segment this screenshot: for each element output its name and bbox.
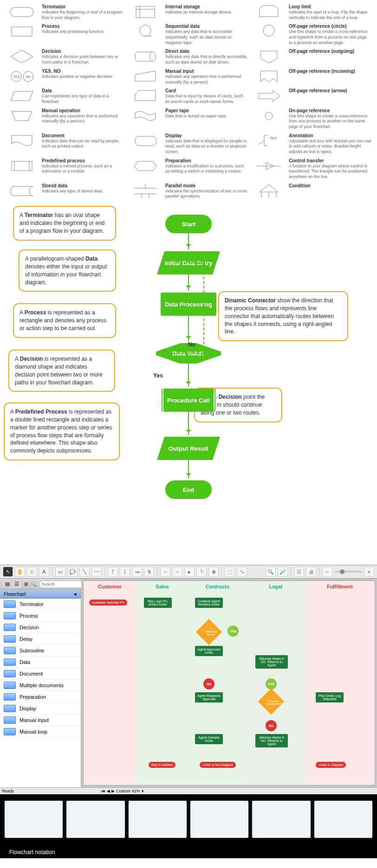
- thumb-2[interactable]: [66, 801, 124, 838]
- offout-icon: [253, 48, 285, 65]
- legend-text: PreparationIndicates a modification to a…: [165, 158, 248, 174]
- text-tool-icon[interactable]: A: [39, 567, 49, 577]
- fc-requests[interactable]: Agent Requests Approval: [195, 692, 223, 702]
- fc-rep-logs[interactable]: Rep Logs PO, Enters Order: [144, 598, 172, 608]
- fc-no-1[interactable]: NO: [203, 678, 214, 689]
- decision-icon: [6, 48, 38, 65]
- callout-tool-icon[interactable]: 💬: [67, 567, 78, 577]
- connector4-icon[interactable]: ↯: [144, 567, 154, 577]
- legend-display: DisplayIndicates data that is displayed …: [129, 133, 248, 155]
- tab-icon[interactable]: ☰: [12, 580, 21, 588]
- fc-attorney-no[interactable]: Attorney Marks It NO, Returns to Agent: [255, 734, 288, 747]
- first-page-icon[interactable]: ⏮: [101, 789, 105, 793]
- palette-item[interactable]: Preparation: [0, 691, 81, 703]
- pointer-tool-icon[interactable]: ↖: [3, 567, 13, 577]
- yesno-icon: YESNO: [6, 68, 38, 85]
- next-page-icon[interactable]: ▶: [111, 789, 115, 793]
- shape-thumbnail-icon: [4, 693, 16, 701]
- canvas-area[interactable]: Customer Sales Contracts Legal Fulfillme…: [81, 579, 377, 787]
- thumb-5[interactable]: [252, 801, 310, 838]
- corner-style-icon[interactable]: └: [196, 567, 207, 577]
- palette-item[interactable]: Delay: [0, 633, 81, 645]
- connector2-icon[interactable]: ⤵: [120, 567, 130, 577]
- junction-icon[interactable]: ⊕: [208, 567, 219, 577]
- status-ready: Ready: [2, 789, 14, 793]
- connector3-icon[interactable]: ↝: [132, 567, 142, 577]
- grid-icon[interactable]: ⊞: [24, 581, 28, 587]
- crop-icon[interactable]: ⬚: [225, 567, 235, 577]
- end-style-icon[interactable]: ▸: [184, 567, 195, 577]
- palette-item[interactable]: Process: [0, 610, 81, 622]
- node-procedure-call: Procedure Call: [161, 389, 216, 412]
- circleref-icon: [253, 23, 285, 40]
- shape-thumbnail-icon: [4, 728, 16, 735]
- collapse-icon[interactable]: ●: [74, 591, 77, 597]
- svg-point-12: [265, 112, 273, 120]
- palette-item[interactable]: Data: [0, 657, 81, 668]
- legend-text: Control transferA location in your diagr…: [289, 158, 371, 180]
- palette-item[interactable]: Subroutine: [0, 645, 81, 657]
- layers-icon[interactable]: ☷: [294, 567, 304, 577]
- callout-terminator: A Terminator has an oval shape and indic…: [13, 206, 116, 240]
- fc-pick[interactable]: Pick Order, Log Shipment: [316, 692, 344, 702]
- zoom-minus-icon[interactable]: −: [322, 567, 332, 577]
- palette-item[interactable]: Manual input: [0, 715, 81, 726]
- hand-tool-icon[interactable]: ✋: [15, 567, 25, 577]
- palette-item[interactable]: Terminator: [0, 599, 81, 610]
- palette-item[interactable]: Decision: [0, 622, 81, 633]
- arrow-style-icon[interactable]: →: [160, 567, 170, 577]
- papertape-icon: [129, 108, 162, 124]
- fc-approves[interactable]: Agent Approves Order: [195, 646, 223, 656]
- palette-section-header[interactable]: Flowchart●: [0, 590, 81, 599]
- thumb-3[interactable]: [129, 801, 187, 838]
- svg-text:YES: YES: [13, 75, 20, 78]
- legend-text: Off-page reference (outgoing): [289, 48, 371, 54]
- zoom-control[interactable]: ⏮ ◀ ▶ Custom 41% ▾: [101, 789, 144, 793]
- palette-item[interactable]: Document: [0, 668, 81, 680]
- fc-cancels[interactable]: Agent Cancels Order: [195, 734, 223, 744]
- print-icon[interactable]: 🖨: [306, 567, 316, 577]
- svg-rect-1: [136, 6, 155, 18]
- fc-attorney-ok[interactable]: Attorney Marks It OK, Returns to Agent: [255, 655, 288, 669]
- fc-yes-1[interactable]: YES: [228, 625, 239, 637]
- legend-decision: DecisionIndicates a decision point betwe…: [6, 48, 124, 65]
- fc-shipped[interactable]: Order Is Shipped: [316, 762, 346, 768]
- zoom-out-icon[interactable]: 🔎: [278, 567, 288, 577]
- fc-yes-2[interactable]: YES: [266, 678, 277, 689]
- fc-customer-submit[interactable]: Customer Submits PO: [89, 600, 127, 606]
- shape-thumbnail-icon: [4, 705, 16, 712]
- stored-icon: [6, 183, 38, 199]
- palette-item[interactable]: Multiple documents: [0, 680, 81, 691]
- fc-contacts[interactable]: Contacts Agent Reviews Order: [195, 598, 223, 608]
- curve-tool-icon[interactable]: 〰: [91, 567, 102, 577]
- fc-notified[interactable]: Rep Is Notified: [149, 762, 176, 768]
- rect-tool-icon[interactable]: ▭: [55, 567, 65, 577]
- fc-not-shipped[interactable]: Order Is Not Shipped: [200, 762, 236, 768]
- fc-no-2[interactable]: NO: [266, 720, 277, 731]
- connector1-icon[interactable]: ⤴: [108, 567, 118, 577]
- data-icon: [6, 88, 38, 104]
- connect-tool-icon[interactable]: ⎌: [27, 567, 37, 577]
- legend-loop: Loop limitIndicates the start of a loop.…: [253, 4, 371, 20]
- thumb-6[interactable]: [314, 801, 372, 838]
- prep-icon: [129, 158, 162, 174]
- arrow: [188, 460, 189, 479]
- line-tool-icon[interactable]: ╲: [79, 567, 90, 577]
- zoom-slider[interactable]: [334, 571, 362, 573]
- palette-item-label: Delay: [20, 636, 32, 642]
- thumb-4[interactable]: [190, 801, 248, 838]
- dash-style-icon[interactable]: ┄: [172, 567, 182, 577]
- legend-annotation: TextAnnotationAdjustable text box with b…: [253, 133, 371, 155]
- zoom-in-icon[interactable]: 🔍: [266, 567, 276, 577]
- legend-onpage: On-page referenceUse this shape to creat…: [253, 108, 371, 130]
- palette-item[interactable]: Display: [0, 703, 81, 715]
- prev-page-icon[interactable]: ◀: [107, 789, 110, 793]
- legend-parallel: Parallel modeIndicates the synchronizati…: [129, 183, 248, 199]
- zoom-dropdown-icon[interactable]: ▾: [142, 789, 144, 793]
- zoom-plus-icon[interactable]: +: [364, 567, 374, 577]
- thumb-1[interactable]: [5, 801, 63, 838]
- palette-item[interactable]: Manual loop: [0, 726, 81, 738]
- tab-icon[interactable]: ▤: [3, 580, 12, 588]
- resize-icon[interactable]: ⤡: [237, 567, 247, 577]
- legend-offin: Off-page reference (incoming): [253, 68, 371, 85]
